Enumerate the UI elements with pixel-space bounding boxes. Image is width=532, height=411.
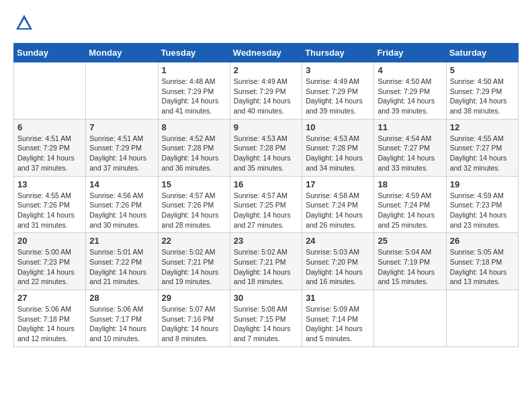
day-info: Sunrise: 4:53 AM Sunset: 7:28 PM Dayligh… <box>306 134 370 173</box>
week-row-2: 6Sunrise: 4:51 AM Sunset: 7:29 PM Daylig… <box>14 119 519 176</box>
day-number: 4 <box>378 65 442 75</box>
calendar-cell: 13Sunrise: 4:55 AM Sunset: 7:26 PM Dayli… <box>14 176 86 233</box>
day-number: 7 <box>89 122 154 132</box>
weekday-header-tuesday: Tuesday <box>158 44 230 62</box>
calendar-cell <box>86 62 158 120</box>
day-info: Sunrise: 4:50 AM Sunset: 7:29 PM Dayligh… <box>450 77 515 116</box>
calendar-cell: 26Sunrise: 5:05 AM Sunset: 7:18 PM Dayli… <box>446 233 518 290</box>
weekday-header-friday: Friday <box>374 44 446 62</box>
calendar-cell: 28Sunrise: 5:06 AM Sunset: 7:17 PM Dayli… <box>86 290 158 347</box>
day-number: 14 <box>89 179 154 189</box>
calendar-cell: 16Sunrise: 4:57 AM Sunset: 7:25 PM Dayli… <box>230 176 302 233</box>
day-number: 3 <box>306 65 370 75</box>
day-info: Sunrise: 4:55 AM Sunset: 7:26 PM Dayligh… <box>17 191 82 230</box>
calendar-cell: 25Sunrise: 5:04 AM Sunset: 7:19 PM Dayli… <box>374 233 446 290</box>
page-header <box>13 13 519 36</box>
day-info: Sunrise: 5:07 AM Sunset: 7:16 PM Dayligh… <box>162 304 226 344</box>
calendar-cell: 23Sunrise: 5:02 AM Sunset: 7:21 PM Dayli… <box>230 233 302 290</box>
week-row-5: 27Sunrise: 5:06 AM Sunset: 7:18 PM Dayli… <box>14 290 519 347</box>
calendar-cell: 10Sunrise: 4:53 AM Sunset: 7:28 PM Dayli… <box>302 119 374 176</box>
day-info: Sunrise: 4:57 AM Sunset: 7:26 PM Dayligh… <box>162 191 226 230</box>
day-number: 1 <box>162 65 226 75</box>
day-number: 5 <box>450 65 515 75</box>
calendar-cell: 27Sunrise: 5:06 AM Sunset: 7:18 PM Dayli… <box>14 290 86 347</box>
weekday-header-wednesday: Wednesday <box>230 44 302 62</box>
calendar-cell: 11Sunrise: 4:54 AM Sunset: 7:27 PM Dayli… <box>374 119 446 176</box>
calendar-cell: 29Sunrise: 5:07 AM Sunset: 7:16 PM Dayli… <box>158 290 230 347</box>
calendar-cell: 31Sunrise: 5:09 AM Sunset: 7:14 PM Dayli… <box>302 290 374 347</box>
day-number: 13 <box>17 179 82 189</box>
day-info: Sunrise: 5:06 AM Sunset: 7:17 PM Dayligh… <box>89 304 154 344</box>
weekday-header-sunday: Sunday <box>14 44 86 62</box>
day-number: 27 <box>17 293 82 303</box>
day-number: 19 <box>450 179 515 189</box>
day-info: Sunrise: 4:59 AM Sunset: 7:24 PM Dayligh… <box>378 191 442 230</box>
day-number: 8 <box>162 122 226 132</box>
calendar-cell: 17Sunrise: 4:58 AM Sunset: 7:24 PM Dayli… <box>302 176 374 233</box>
calendar-cell: 18Sunrise: 4:59 AM Sunset: 7:24 PM Dayli… <box>374 176 446 233</box>
week-row-3: 13Sunrise: 4:55 AM Sunset: 7:26 PM Dayli… <box>14 176 519 233</box>
day-number: 28 <box>89 293 154 303</box>
calendar-cell: 15Sunrise: 4:57 AM Sunset: 7:26 PM Dayli… <box>158 176 230 233</box>
calendar-cell: 8Sunrise: 4:52 AM Sunset: 7:28 PM Daylig… <box>158 119 230 176</box>
day-number: 25 <box>378 236 442 246</box>
logo-icon <box>15 13 34 32</box>
logo-text <box>13 13 34 36</box>
calendar-cell: 5Sunrise: 4:50 AM Sunset: 7:29 PM Daylig… <box>446 62 518 120</box>
weekday-header-thursday: Thursday <box>302 44 374 62</box>
calendar-cell: 20Sunrise: 5:00 AM Sunset: 7:23 PM Dayli… <box>14 233 86 290</box>
calendar-cell <box>14 62 86 120</box>
calendar-cell: 19Sunrise: 4:59 AM Sunset: 7:23 PM Dayli… <box>446 176 518 233</box>
day-number: 22 <box>162 236 226 246</box>
day-info: Sunrise: 4:51 AM Sunset: 7:29 PM Dayligh… <box>17 134 82 173</box>
day-number: 29 <box>162 293 226 303</box>
day-number: 30 <box>234 293 298 303</box>
day-info: Sunrise: 4:49 AM Sunset: 7:29 PM Dayligh… <box>306 77 370 116</box>
weekday-header-saturday: Saturday <box>446 44 518 62</box>
calendar-cell: 7Sunrise: 4:51 AM Sunset: 7:29 PM Daylig… <box>86 119 158 176</box>
calendar-cell: 30Sunrise: 5:08 AM Sunset: 7:15 PM Dayli… <box>230 290 302 347</box>
day-info: Sunrise: 4:58 AM Sunset: 7:24 PM Dayligh… <box>306 191 370 230</box>
day-number: 31 <box>306 293 370 303</box>
day-number: 6 <box>17 122 82 132</box>
day-number: 18 <box>378 179 442 189</box>
day-info: Sunrise: 5:00 AM Sunset: 7:23 PM Dayligh… <box>17 247 82 287</box>
day-number: 11 <box>378 122 442 132</box>
calendar-cell <box>374 290 446 347</box>
day-number: 2 <box>234 65 298 75</box>
day-info: Sunrise: 4:52 AM Sunset: 7:28 PM Dayligh… <box>162 134 226 173</box>
day-info: Sunrise: 4:55 AM Sunset: 7:27 PM Dayligh… <box>450 134 515 173</box>
day-number: 12 <box>450 122 515 132</box>
week-row-4: 20Sunrise: 5:00 AM Sunset: 7:23 PM Dayli… <box>14 233 519 290</box>
weekday-header-row: SundayMondayTuesdayWednesdayThursdayFrid… <box>14 44 519 62</box>
day-number: 10 <box>306 122 370 132</box>
day-info: Sunrise: 4:50 AM Sunset: 7:29 PM Dayligh… <box>378 77 442 116</box>
day-number: 16 <box>234 179 298 189</box>
day-info: Sunrise: 5:02 AM Sunset: 7:21 PM Dayligh… <box>234 247 298 287</box>
calendar-table: SundayMondayTuesdayWednesdayThursdayFrid… <box>13 43 519 347</box>
logo <box>13 13 34 36</box>
day-number: 26 <box>450 236 515 246</box>
calendar-cell: 22Sunrise: 5:02 AM Sunset: 7:21 PM Dayli… <box>158 233 230 290</box>
calendar-cell: 14Sunrise: 4:56 AM Sunset: 7:26 PM Dayli… <box>86 176 158 233</box>
day-number: 17 <box>306 179 370 189</box>
day-info: Sunrise: 4:57 AM Sunset: 7:25 PM Dayligh… <box>234 191 298 230</box>
day-info: Sunrise: 5:02 AM Sunset: 7:21 PM Dayligh… <box>162 247 226 287</box>
day-info: Sunrise: 4:49 AM Sunset: 7:29 PM Dayligh… <box>234 77 298 116</box>
day-number: 21 <box>89 236 154 246</box>
day-info: Sunrise: 4:51 AM Sunset: 7:29 PM Dayligh… <box>89 134 154 173</box>
calendar-cell: 24Sunrise: 5:03 AM Sunset: 7:20 PM Dayli… <box>302 233 374 290</box>
calendar-cell: 1Sunrise: 4:48 AM Sunset: 7:29 PM Daylig… <box>158 62 230 120</box>
day-info: Sunrise: 4:53 AM Sunset: 7:28 PM Dayligh… <box>234 134 298 173</box>
day-number: 15 <box>162 179 226 189</box>
day-number: 9 <box>234 122 298 132</box>
calendar-cell: 12Sunrise: 4:55 AM Sunset: 7:27 PM Dayli… <box>446 119 518 176</box>
day-number: 23 <box>234 236 298 246</box>
calendar-cell <box>446 290 518 347</box>
day-info: Sunrise: 5:04 AM Sunset: 7:19 PM Dayligh… <box>378 247 442 287</box>
week-row-1: 1Sunrise: 4:48 AM Sunset: 7:29 PM Daylig… <box>14 62 519 120</box>
day-info: Sunrise: 5:09 AM Sunset: 7:14 PM Dayligh… <box>306 304 370 344</box>
day-number: 20 <box>17 236 82 246</box>
day-info: Sunrise: 4:54 AM Sunset: 7:27 PM Dayligh… <box>378 134 442 173</box>
day-info: Sunrise: 5:06 AM Sunset: 7:18 PM Dayligh… <box>17 304 82 344</box>
